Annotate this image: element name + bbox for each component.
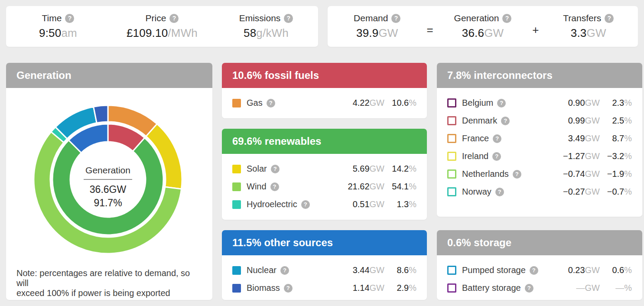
norway-swatch — [447, 187, 456, 196]
ireland-swatch — [447, 152, 456, 161]
help-icon[interactable]: ? — [284, 284, 293, 293]
netherlands-row: Netherlands ? −0.74GW −1.9% — [447, 165, 632, 183]
row-label: Belgium — [462, 98, 493, 108]
emissions-unit: g/kWh — [256, 26, 289, 39]
row-label: Denmark — [462, 116, 497, 126]
renewables-card: 69.6% renewables Solar ? 5.69GW 14.2% Wi… — [222, 129, 427, 220]
help-icon[interactable]: ? — [270, 182, 279, 191]
france-row: France ? 3.49GW 8.7% — [447, 130, 632, 147]
other-sources-card: 11.5% other sources Nuclear ? 3.44GW 8.6… — [222, 230, 427, 300]
donut-center-value: 36.6GW — [60, 184, 156, 195]
donut-center: Generation 36.6GW 91.7% — [60, 165, 156, 209]
demand-stat: Demand ? 39.9GW — [328, 6, 427, 47]
help-icon[interactable]: ? — [605, 14, 614, 23]
help-icon[interactable]: ? — [493, 134, 501, 143]
donut-center-label: Generation — [60, 165, 156, 176]
gas-row: Gas ? 4.22GW 10.6% — [232, 94, 416, 112]
equation-panel: Demand ? 39.9GW = Generation ? 36.6GW + — [328, 6, 638, 47]
interconnectors-header: 7.8% interconnectors — [437, 63, 642, 88]
help-icon[interactable]: ? — [525, 284, 533, 293]
help-icon[interactable]: ? — [513, 170, 521, 179]
storage-header: 0.6% storage — [437, 230, 642, 255]
help-icon[interactable]: ? — [492, 152, 501, 161]
gas-swatch — [232, 99, 241, 107]
pumped-storage-swatch — [447, 266, 456, 275]
help-icon[interactable]: ? — [495, 188, 504, 196]
row-label: Netherlands — [462, 169, 509, 179]
help-icon[interactable]: ? — [502, 14, 511, 23]
transfers-value: 3.3 — [571, 26, 587, 39]
time-value: 9:50 — [39, 26, 61, 39]
price-stat: Price ? £109.10/MWh — [110, 6, 214, 47]
interconnectors-card: 7.8% interconnectors Belgium ? 0.90GW 2.… — [437, 63, 642, 217]
summary-panel: Time ? 9:50am Price ? £109.10/MWh Emissi — [6, 6, 318, 47]
help-icon[interactable]: ? — [391, 14, 400, 23]
help-icon[interactable]: ? — [530, 266, 538, 275]
price-value: £109.10 — [127, 26, 168, 39]
wind-row: Wind ? 21.62GW 54.1% — [232, 178, 416, 195]
hydroelectric-row: Hydroelectric ? 0.51GW 1.3% — [232, 195, 416, 213]
row-label: Battery storage — [462, 283, 521, 293]
help-icon[interactable]: ? — [267, 99, 275, 107]
biomass-row: Biomass ? 1.14GW 2.9% — [232, 279, 416, 297]
equals-sign: = — [427, 16, 433, 37]
belgium-swatch — [447, 98, 456, 107]
nuclear-row: Nuclear ? 3.44GW 8.6% — [232, 261, 416, 279]
demand-label: Demand — [354, 13, 388, 23]
row-label: Ireland — [462, 151, 488, 161]
donut-segment-biomass — [94, 105, 108, 123]
price-unit: /MWh — [168, 26, 198, 39]
help-icon[interactable]: ? — [284, 14, 293, 23]
wind-swatch — [232, 182, 241, 191]
renewables-header: 69.6% renewables — [222, 129, 427, 154]
help-icon[interactable]: ? — [497, 99, 506, 107]
help-icon[interactable]: ? — [271, 165, 280, 173]
donut-center-percent: 91.7% — [60, 197, 156, 209]
help-icon[interactable]: ? — [501, 117, 510, 125]
generation-stat: Generation ? 36.6GW — [433, 6, 533, 47]
demand-value: 39.9 — [356, 26, 378, 39]
denmark-row: Denmark ? 0.99GW 2.5% — [447, 112, 632, 130]
generation-unit: GW — [484, 26, 504, 39]
demand-unit: GW — [378, 26, 398, 39]
generation-value: 36.6 — [462, 26, 484, 39]
help-icon[interactable]: ? — [280, 266, 289, 275]
row-label: Biomass — [247, 283, 280, 293]
row-label: France — [462, 133, 489, 143]
nuclear-swatch — [232, 266, 241, 275]
row-label: Nuclear — [247, 265, 276, 275]
row-label: Hydroelectric — [247, 199, 297, 209]
time-stat: Time ? 9:50am — [6, 6, 110, 47]
row-label: Solar — [247, 164, 267, 174]
battery-storage-row: Battery storage ? —GW —% — [447, 279, 632, 297]
row-label: Pumped storage — [462, 265, 526, 275]
generation-note: Note: percentages are relative to demand… — [16, 268, 201, 298]
emissions-label: Emissions — [239, 13, 281, 23]
storage-card: 0.6% storage Pumped storage ? 0.23GW 0.6… — [437, 230, 642, 300]
solar-swatch — [232, 165, 241, 173]
belgium-row: Belgium ? 0.90GW 2.3% — [447, 94, 632, 112]
energy-dashboard: Time ? 9:50am Price ? £109.10/MWh Emissi — [0, 0, 644, 306]
generation-label: Generation — [454, 13, 499, 23]
help-icon[interactable]: ? — [65, 14, 74, 23]
row-label: Gas — [247, 98, 263, 108]
center-divider — [84, 179, 132, 180]
row-label: Wind — [247, 182, 267, 192]
transfers-stat: Transfers ? 3.3GW — [539, 6, 638, 47]
solar-row: Solar ? 5.69GW 14.2% — [232, 160, 416, 178]
help-icon[interactable]: ? — [169, 14, 179, 23]
transfers-label: Transfers — [563, 13, 601, 23]
plus-sign: + — [532, 16, 539, 37]
emissions-value: 58 — [244, 26, 256, 39]
time-unit: am — [61, 26, 77, 39]
france-swatch — [447, 134, 456, 143]
norway-row: Norway ? −0.27GW −0.7% — [447, 183, 632, 201]
help-icon[interactable]: ? — [301, 200, 310, 209]
fossil-fuels-card: 10.6% fossil fuels Gas ? 4.22GW 10.6% — [222, 63, 427, 118]
transfers-unit: GW — [587, 26, 606, 39]
ireland-row: Ireland ? −1.27GW −3.2% — [447, 147, 632, 165]
pumped-storage-row: Pumped storage ? 0.23GW 0.6% — [447, 261, 632, 279]
biomass-swatch — [232, 284, 241, 293]
hydroelectric-swatch — [232, 200, 241, 209]
emissions-stat: Emissions ? 58g/kWh — [214, 6, 318, 47]
